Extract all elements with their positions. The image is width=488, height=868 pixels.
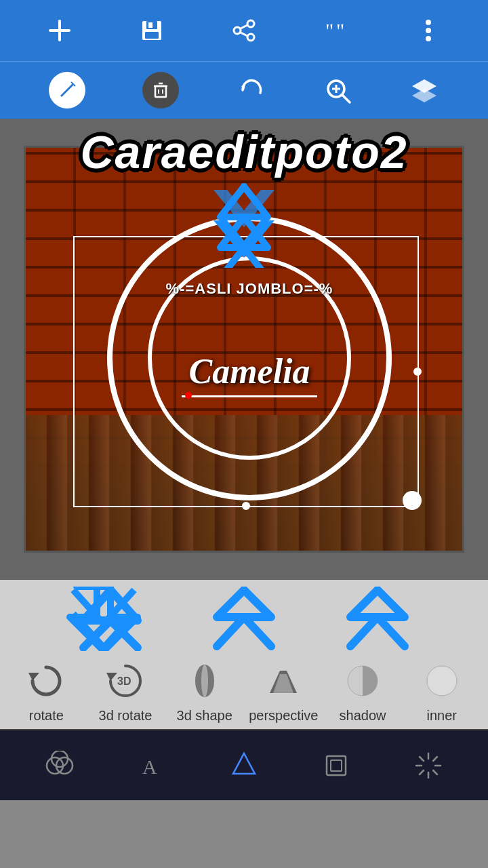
nav-effects[interactable] — [408, 745, 449, 786]
svg-marker-27 — [412, 89, 436, 102]
svg-rect-5 — [148, 22, 152, 28]
svg-line-46 — [420, 757, 424, 761]
shadow-icon — [340, 658, 386, 704]
nav-frame[interactable] — [316, 745, 357, 786]
add-button[interactable] — [43, 14, 77, 47]
tool-arrow-1 — [63, 587, 158, 651]
edit-button[interactable] — [49, 72, 85, 108]
inner-label: inner — [426, 708, 456, 724]
svg-point-34 — [427, 666, 457, 696]
3d-shape-icon — [182, 658, 228, 704]
inner-icon — [419, 658, 465, 704]
perspective-icon — [260, 658, 306, 704]
svg-marker-28 — [28, 673, 39, 681]
svg-line-9 — [241, 25, 247, 28]
layers-button[interactable] — [409, 75, 439, 105]
svg-rect-16 — [155, 86, 166, 97]
svg-point-14 — [426, 28, 431, 33]
3d-rotate-icon: 3D — [102, 658, 148, 704]
svg-point-7 — [234, 27, 241, 34]
svg-line-49 — [420, 770, 424, 774]
nav-shape[interactable] — [224, 745, 264, 786]
svg-point-13 — [426, 20, 431, 25]
tool-arrow-2 — [203, 587, 285, 651]
handle-bottom-mid[interactable] — [242, 502, 250, 510]
share-button[interactable] — [227, 14, 261, 47]
top-toolbar: " " — [0, 0, 488, 61]
canvas-area: Caraeditpoto2 %-=ASLI JOMBLO=-% Camelia — [0, 119, 488, 580]
tools-row: rotate 3D 3d rotate 3d shape — [0, 654, 488, 727]
shadow-label: shadow — [340, 708, 386, 724]
quote-button[interactable]: " " — [319, 14, 353, 47]
zoom-button[interactable] — [323, 75, 352, 105]
nav-text[interactable]: A — [131, 745, 172, 786]
title-text: Caraeditpoto2 — [80, 126, 407, 178]
svg-point-32 — [201, 665, 208, 697]
selection-box — [73, 236, 419, 507]
save-button[interactable] — [135, 14, 169, 47]
svg-rect-40 — [327, 756, 346, 775]
svg-line-23 — [342, 95, 350, 102]
rotate-label: rotate — [29, 708, 64, 724]
tool-rotate[interactable]: rotate — [7, 654, 86, 727]
svg-rect-4 — [145, 32, 159, 39]
tool-inner[interactable]: inner — [402, 654, 481, 727]
tools-arrows — [0, 580, 488, 654]
svg-line-47 — [433, 770, 437, 774]
arrows-overlay — [200, 180, 288, 271]
svg-rect-41 — [331, 760, 342, 771]
delete-button[interactable] — [142, 72, 179, 108]
tool-3d-shape[interactable]: 3d shape — [165, 654, 244, 727]
rotate-icon — [23, 658, 69, 704]
svg-line-48 — [433, 757, 437, 761]
tool-perspective[interactable]: perspective — [244, 654, 323, 727]
svg-marker-29 — [106, 673, 117, 681]
svg-point-15 — [426, 36, 431, 41]
svg-text:A: A — [142, 755, 157, 778]
title-overlay: Caraeditpoto2 — [14, 125, 474, 178]
second-toolbar — [0, 61, 488, 119]
handle-bottom-right[interactable] — [403, 491, 422, 510]
svg-point-6 — [247, 20, 254, 27]
svg-text:": " — [325, 19, 333, 41]
tool-3d-rotate[interactable]: 3D 3d rotate — [86, 654, 165, 727]
3d-shape-label: 3d shape — [177, 708, 232, 724]
nav-blend[interactable] — [39, 745, 80, 786]
handle-mid-right[interactable] — [413, 368, 422, 376]
svg-line-10 — [241, 33, 247, 36]
tool-shadow[interactable]: shadow — [323, 654, 403, 727]
undo-button[interactable] — [236, 75, 266, 105]
svg-marker-39 — [233, 753, 255, 774]
perspective-label: perspective — [249, 708, 318, 724]
tool-arrow-3 — [330, 587, 425, 651]
svg-point-8 — [247, 34, 254, 41]
3d-rotate-label: 3d rotate — [99, 708, 152, 724]
bottom-nav: A — [0, 729, 488, 800]
svg-text:": " — [336, 19, 344, 41]
more-button[interactable] — [411, 14, 445, 47]
tools-panel: rotate 3D 3d rotate 3d shape — [0, 580, 488, 729]
svg-text:3D: 3D — [117, 675, 131, 687]
